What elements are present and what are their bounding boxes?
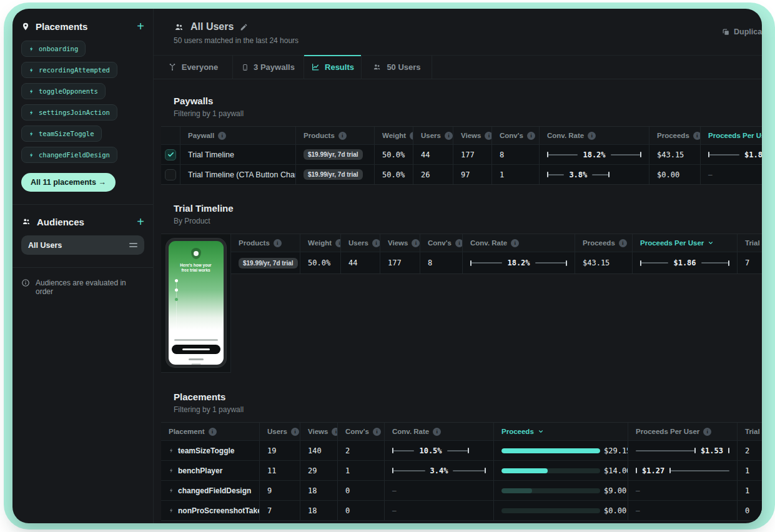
placement-name[interactable]: changedFieldDesign [161,481,259,500]
column-header-proceeds[interactable]: Proceeds [575,234,632,252]
add-placement-button[interactable]: + [137,21,144,32]
placements-table-header: Placement Users Views Conv's Conv. Rate … [161,423,762,440]
column-header-proceeds-per-user[interactable]: Proceeds Per User [628,423,737,440]
placements-section-title: Placements [174,392,762,402]
copy-icon [722,28,730,36]
paywall-name[interactable]: Trial Timeline (CTA Button Change) [180,165,295,184]
edit-pencil-icon[interactable] [240,23,248,31]
proceeds-per-user-interval: $1.86 [632,252,737,273]
bolt-icon [29,131,34,137]
add-audience-button[interactable]: + [137,216,144,227]
column-header-placement[interactable]: Placement [161,423,259,440]
column-header-views[interactable]: Views [453,127,491,144]
paywall-name[interactable]: Trial Timeline [180,145,295,164]
paywall-cta-button[interactable] [172,345,220,354]
column-header-proceeds[interactable]: Proceeds [649,127,700,144]
bolt-icon [29,67,34,74]
paywall-preview-cell[interactable]: Here's how your free trial works [161,234,231,373]
empty-value: – [392,506,397,515]
placement-tag-recordingAttempted[interactable]: recordingAttempted [21,62,117,78]
column-header-convs[interactable]: Conv's [337,423,384,440]
paywall-footer-line [191,363,200,365]
column-header-conv-rate[interactable]: Conv. Rate [384,423,493,440]
placement-tag-toggleOpponents[interactable]: toggleOpponents [21,83,106,99]
row-checkbox-unchecked[interactable] [165,169,176,180]
product-badge: $19.99/yr, 7d trial [239,258,298,268]
views-value: 177 [380,252,420,273]
trial-starts-value: 2 [737,441,762,460]
placement-name[interactable]: benchPlayer [161,461,259,480]
tab-results[interactable]: Results [304,56,362,79]
column-header-proceeds-per-user-sorted[interactable]: Proceeds Per User [632,234,737,252]
column-header-convs[interactable]: Conv's [420,234,462,252]
paywall-row-trial-timeline: Trial Timeline $19.99/yr, 7d trial 50.0%… [161,144,762,164]
column-header-products[interactable]: Products [295,127,374,144]
column-header-users[interactable]: Users [340,234,380,252]
chevron-down-icon [708,240,714,246]
paywall-row-cta-change: Trial Timeline (CTA Button Change) $19.9… [161,164,762,184]
divider [12,267,153,268]
column-header-users[interactable]: Users [259,423,300,440]
audience-label: All Users [28,241,129,250]
tag-label: recordingAttempted [39,66,110,74]
placement-tag-settingsJoinAction[interactable]: settingsJoinAction [21,104,117,121]
all-placements-button[interactable]: All 11 placements → [21,173,116,192]
placement-name[interactable]: nonProScreenshotTaken [161,501,259,520]
placement-row-nonProScreenshotTaken: nonProScreenshotTaken 7 18 0 – $0.00 – 0 [161,500,762,520]
tab-label: Results [325,62,354,72]
column-header-trial-starts[interactable]: Trial S [737,234,762,252]
trial-starts-value: 1 [737,461,762,480]
column-header-proceeds-sorted[interactable]: Proceeds [493,423,628,440]
row-checkbox-checked[interactable] [165,149,176,160]
drag-handle-icon[interactable] [129,243,137,247]
column-header-products[interactable]: Products [231,234,300,252]
trial-starts-value: 1 [737,481,762,500]
placement-tag-changedFieldDesign[interactable]: changedFieldDesign [21,147,117,163]
column-header-proceeds-per-user[interactable]: Proceeds Per User [700,127,762,144]
trial-section-subtitle: By Product [174,217,762,225]
column-header-weight[interactable]: Weight [374,127,413,144]
proceeds-bar-cell: $9.00 [493,481,628,500]
empty-value: – [392,486,397,495]
column-header-views[interactable]: Views [300,423,337,440]
views-value: 97 [453,165,491,184]
column-header-conv-rate[interactable]: Conv. Rate [539,127,649,144]
column-header-convs[interactable]: Conv's [491,127,539,144]
placement-tag-teamSizeToggle[interactable]: teamSizeToggle [21,126,102,142]
users-value: 44 [340,252,380,273]
info-icon [433,428,441,436]
paywalls-section-title: Paywalls [174,96,762,106]
empty-value: – [636,486,640,495]
conv-rate-interval: 18.2% [462,252,575,273]
convs-value: 1 [491,165,539,184]
duplicate-button[interactable]: Duplicate [722,27,762,36]
weight-value: 50.0% [300,252,340,273]
empty-value: – [636,506,640,515]
info-icon [338,132,347,140]
placement-tag-onboarding[interactable]: onboarding [21,41,86,57]
users-value: 19 [259,441,300,460]
audience-item-all-users[interactable]: All Users [21,235,144,255]
product-badge: $19.99/yr, 7d trial [304,149,363,160]
column-header-views[interactable]: Views [380,234,420,252]
tab-everyone[interactable]: Everyone [154,56,233,79]
trial-starts-value: 7 [737,252,762,273]
placement-name[interactable]: teamSizeToggle [161,441,259,460]
proceeds-bar [501,448,600,453]
tab-users[interactable]: 50 Users [362,56,432,79]
users-value: 26 [413,165,453,184]
column-header-conv-rate[interactable]: Conv. Rate [462,234,575,252]
column-header-users[interactable]: Users [413,127,453,144]
column-header-weight[interactable]: Weight [300,234,340,252]
trial-steps [175,278,219,307]
proceeds-bar [501,508,600,513]
matched-users-subtitle: 50 users matched in the last 24 hours [174,36,762,45]
column-header-paywall[interactable]: Paywall [180,127,295,144]
column-header-trial-starts[interactable]: Trial S [737,423,762,440]
people-icon [21,217,31,226]
tab-paywalls[interactable]: 3 Paywalls [233,56,304,79]
chart-icon [311,63,320,71]
info-icon [693,132,700,140]
info-icon [372,239,380,247]
paywalls-section-subtitle: Filtering by 1 paywall [174,109,762,118]
